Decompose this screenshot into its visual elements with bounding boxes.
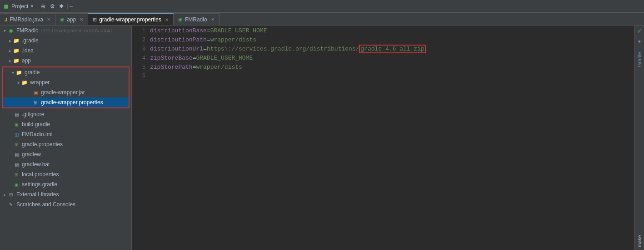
gradlew-label: gradlew [22, 151, 41, 158]
editor-line-2: 2 distributionPath=wrapper/dists [132, 36, 634, 46]
editor-line-3: 3 distributionUrl=https\://services.grad… [132, 46, 634, 55]
sidebar-item-local-properties[interactable]: ⊞ local.properties [0, 169, 131, 179]
gradle-folder-icon: 📁 [15, 69, 23, 76]
arrow-app [7, 58, 13, 63]
project-dropdown-arrow[interactable]: ▾ [31, 4, 33, 9]
settings-icon[interactable]: ⚙ [49, 3, 56, 10]
gradle-label: gradle [25, 69, 40, 76]
line-number-6: 6 [132, 73, 150, 79]
props-icon: ⊞ [93, 17, 97, 23]
tab-fmradio-java[interactable]: J FMRadio.java ✕ [0, 13, 55, 25]
gradle-properties-icon: ⊞ [13, 141, 20, 148]
arrow-fmradio [2, 28, 7, 33]
tab-bar: J FMRadio.java ✕ ◉ app ✕ ⊞ gradle-wrappe… [0, 13, 644, 26]
fmradio-root-icon: ◉ [7, 27, 15, 34]
fmradio-iml-label: FMRadio.iml [22, 131, 52, 138]
external-libs-icon: ⊟ [7, 191, 15, 198]
main-area: ◉ FMRadio D:\1-DevelopmentTools\Android … [0, 26, 644, 250]
arrow-idea [7, 48, 13, 53]
sidebar: ◉ FMRadio D:\1-DevelopmentTools\Android … [0, 26, 132, 250]
sidebar-item-build-gradle[interactable]: ◉ build.gradle [0, 119, 131, 129]
sidebar-item-gitignore[interactable]: ▤ .gitignore [0, 109, 131, 119]
expand-icon[interactable]: ✱ [58, 3, 65, 10]
project-label[interactable]: Project [11, 3, 28, 10]
tab-label-app: app [67, 16, 76, 23]
line-number-1: 1 [132, 28, 150, 34]
gitignore-icon: ▤ [13, 111, 20, 118]
line-content-5: zipStorePath=wrapper/dists [150, 64, 634, 71]
line-content-3: distributionUrl=https\://services.gradle… [150, 46, 634, 52]
build-gradle-label: build.gradle [22, 121, 50, 128]
tab-close-app[interactable]: ✕ [80, 17, 83, 22]
tab-label-fmradio: FMRadio [185, 16, 207, 23]
tab-app[interactable]: ◉ app ✕ [55, 13, 88, 25]
sidebar-item-wrapper[interactable]: 📁 wrapper [3, 77, 129, 87]
line-content-4: zipStoreBase=GRADLE_USER_HOME [150, 55, 634, 61]
project-icon: ◼ [4, 3, 9, 10]
right-sidebar: ✓ ● Gradle make [634, 26, 644, 250]
line-number-3: 3 [132, 46, 150, 52]
title-bar-icons: ⊕ ⚙ ✱ |← [40, 3, 74, 10]
arrow-gradle [10, 70, 15, 75]
gitignore-label: .gitignore [22, 111, 44, 117]
line-content-1: distributionBase=GRADLE_USER_HOME [150, 27, 634, 34]
gradle-dot-icon: 📁 [13, 37, 20, 44]
sidebar-item-gradle-properties[interactable]: ⊞ gradle.properties [0, 139, 131, 149]
editor-line-6: 6 [132, 73, 634, 82]
line-number-2: 2 [132, 37, 150, 43]
tab-close-fmradio-java[interactable]: ✕ [47, 17, 50, 22]
java-icon: J [5, 17, 7, 22]
gradle-wrapper-properties-label: gradle-wrapper.properties [41, 99, 103, 106]
editor-area[interactable]: 1 distributionBase=GRADLE_USER_HOME 2 di… [132, 26, 634, 250]
sidebar-item-gradle[interactable]: 📁 gradle [3, 67, 129, 77]
gradle-highlight-box: 📁 gradle 📁 wrapper ▣ gradle-wrapper.jar … [2, 66, 130, 108]
sidebar-item-idea[interactable]: 📁 .idea [0, 46, 131, 56]
sidebar-item-app[interactable]: 📁 app [0, 56, 131, 66]
tab-label-gradle-wrapper-props: gradle-wrapper.properties [99, 16, 161, 23]
editor-line-1: 1 distributionBase=GRADLE_USER_HOME [132, 27, 634, 36]
gradle-properties-label: gradle.properties [22, 141, 63, 148]
sidebar-item-settings-gradle[interactable]: ◉ settings.gradle [0, 179, 131, 189]
gradle-label[interactable]: Gradle [636, 49, 643, 70]
tab-fmradio[interactable]: ◉ FMRadio ✕ [174, 13, 220, 25]
sidebar-item-gradle-dot[interactable]: 📁 .gradle [0, 36, 131, 46]
gradlew-bat-label: gradlew.bat [22, 161, 50, 168]
line-number-5: 5 [132, 64, 150, 71]
tab-close-fmradio[interactable]: ✕ [211, 17, 215, 22]
sidebar-item-gradle-wrapper-properties[interactable]: ⊞ gradle-wrapper.properties [3, 97, 129, 107]
sidebar-item-scratches[interactable]: ✎ Scratches and Consoles [0, 199, 131, 209]
arrow-wrapper [15, 80, 21, 85]
gradle-wrapper-jar-label: gradle-wrapper.jar [41, 89, 85, 96]
sidebar-item-gradlew-bat[interactable]: ▤ gradlew.bat [0, 159, 131, 169]
sidebar-item-external-libraries[interactable]: ⊟ External Libraries [0, 189, 131, 199]
idea-label: .idea [22, 47, 34, 54]
tab-label-fmradio-java: FMRadio.java [10, 16, 43, 23]
sidebar-item-fmradio-iml[interactable]: ◫ FMRadio.iml [0, 129, 131, 139]
sidebar-item-fmradio-root[interactable]: ◉ FMRadio D:\1-DevelopmentTools\Android [0, 26, 131, 36]
gradlew-bat-icon: ▤ [13, 161, 20, 168]
tab-gradle-wrapper-props[interactable]: ⊞ gradle-wrapper.properties ✕ [88, 13, 174, 25]
fmradio-root-label: FMRadio [16, 27, 39, 34]
sidebar-item-gradlew[interactable]: ▤ gradlew [0, 149, 131, 159]
editor-line-4: 4 zipStoreBase=GRADLE_USER_HOME [132, 55, 634, 64]
tab-close-gradle-wrapper-props[interactable]: ✕ [165, 17, 169, 22]
local-properties-icon: ⊞ [13, 171, 20, 178]
settings-gradle-label: settings.gradle [22, 181, 57, 188]
title-bar-left: ◼ Project ▾ ⊕ ⚙ ✱ |← [4, 3, 74, 10]
fmradio-app-icon: ◉ [178, 16, 183, 22]
gradle-dot-label: .gradle [22, 37, 39, 44]
collapse-icon[interactable]: |← [67, 3, 74, 10]
app-label: app [22, 57, 31, 64]
line-content-2: distributionPath=wrapper/dists [150, 36, 634, 43]
arrow-gradle-dot [7, 38, 13, 43]
settings-gradle-icon: ◉ [13, 181, 20, 188]
fmradio-root-path: D:\1-DevelopmentTools\Android [41, 28, 112, 33]
highlight-gradle-version: gradle-4.6-all.zip [359, 45, 425, 53]
sidebar-item-gradle-wrapper-jar[interactable]: ▣ gradle-wrapper.jar [3, 87, 129, 97]
local-properties-label: local.properties [22, 171, 59, 178]
sync-icon[interactable]: ⊕ [40, 3, 47, 10]
gradle-panel-toggle[interactable]: ● [636, 36, 643, 47]
make-label[interactable]: make [636, 232, 643, 250]
wrapper-label: wrapper [30, 79, 50, 86]
app-icon: ◉ [60, 16, 65, 22]
